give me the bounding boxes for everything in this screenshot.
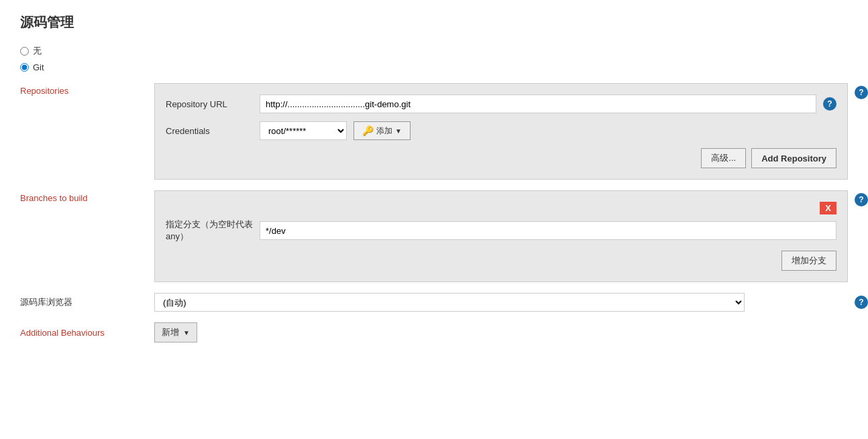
add-repository-button[interactable]: Add Repository bbox=[751, 148, 836, 168]
add-credentials-button[interactable]: 🔑 添加 ▼ bbox=[354, 121, 411, 140]
additional-new-label: 新增 bbox=[162, 326, 179, 338]
add-branch-button[interactable]: 增加分支 bbox=[781, 251, 836, 271]
repositories-label: Repositories bbox=[20, 83, 154, 96]
branch-input[interactable] bbox=[260, 221, 836, 240]
additional-behaviours-label: Additional Behaviours bbox=[20, 328, 154, 338]
radio-none-item: 无 bbox=[20, 45, 848, 57]
repositories-content: Repository URL ? Credentials root/******… bbox=[154, 83, 848, 180]
radio-none[interactable] bbox=[20, 47, 29, 56]
branch-top-row: X bbox=[166, 202, 836, 214]
additional-behaviours-section: Additional Behaviours 新增 ▼ bbox=[20, 322, 848, 342]
repo-url-row: Repository URL ? bbox=[166, 95, 836, 113]
radio-git-label: Git bbox=[33, 62, 44, 72]
additional-new-arrow-icon: ▼ bbox=[183, 329, 190, 336]
branches-help-icon[interactable]: ? bbox=[855, 193, 868, 206]
branch-field-label: 指定分支（为空时代表any） bbox=[166, 218, 253, 243]
repo-button-row: 高级... Add Repository bbox=[166, 148, 836, 168]
branches-section: Branches to build X 指定分支（为空时代表any） 增加分支 … bbox=[20, 190, 848, 282]
source-browser-label: 源码库浏览器 bbox=[20, 296, 154, 308]
page-title: 源码管理 bbox=[20, 13, 848, 32]
additional-new-button[interactable]: 新增 ▼ bbox=[154, 322, 197, 342]
radio-none-label: 无 bbox=[33, 45, 42, 57]
source-browser-help-icon[interactable]: ? bbox=[855, 296, 868, 309]
branches-content: X 指定分支（为空时代表any） 增加分支 bbox=[154, 190, 848, 282]
credentials-select[interactable]: root/****** bbox=[260, 121, 347, 140]
advanced-button[interactable]: 高级... bbox=[701, 148, 746, 168]
scm-radio-group: 无 Git bbox=[20, 45, 848, 72]
credentials-row: Credentials root/****** 🔑 添加 ▼ bbox=[166, 121, 836, 140]
add-branch-button-row: 增加分支 bbox=[166, 251, 836, 271]
repo-url-label: Repository URL bbox=[166, 99, 253, 109]
branch-input-row: 指定分支（为空时代表any） bbox=[166, 218, 836, 243]
source-browser-select[interactable]: (自动) bbox=[154, 293, 745, 312]
credentials-label: Credentials bbox=[166, 126, 253, 136]
source-browser-section: 源码库浏览器 (自动) ? bbox=[20, 293, 848, 312]
radio-git-item: Git bbox=[20, 62, 848, 72]
branches-label: Branches to build bbox=[20, 190, 154, 203]
repositories-help-icon[interactable]: ? bbox=[855, 86, 868, 99]
key-icon: 🔑 bbox=[362, 125, 374, 136]
radio-git[interactable] bbox=[20, 63, 29, 72]
delete-branch-button[interactable]: X bbox=[820, 202, 836, 214]
add-credentials-arrow-icon: ▼ bbox=[395, 127, 402, 135]
add-credentials-label: 添加 bbox=[376, 125, 392, 137]
repo-url-help-icon[interactable]: ? bbox=[823, 97, 836, 111]
repo-url-input[interactable] bbox=[260, 95, 816, 113]
repositories-section: Repositories Repository URL ? Credential… bbox=[20, 83, 848, 180]
